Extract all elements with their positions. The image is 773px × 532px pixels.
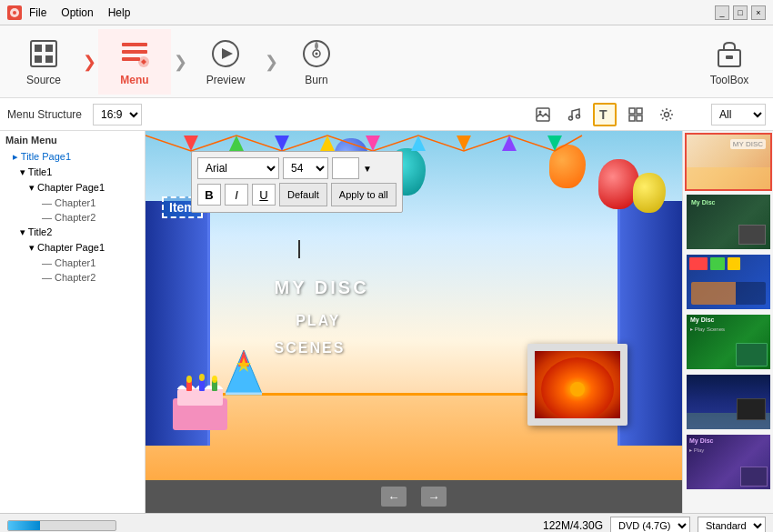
text-icon-btn[interactable]: T: [593, 103, 617, 126]
preview-canvas: MY DISC PLAY SCENES Item: [146, 131, 682, 480]
settings-icon-btn[interactable]: [655, 103, 678, 126]
svg-rect-4: [45, 45, 53, 52]
close-button[interactable]: ×: [751, 5, 766, 20]
progress-fill: [8, 521, 40, 530]
text-editor-font-row: Arial 54 ▼: [197, 157, 397, 179]
sub-toolbar: Menu Structure 16:9 4:3 T: [0, 98, 773, 131]
aspect-ratio-select[interactable]: 16:9 4:3: [93, 104, 142, 125]
svg-point-1: [13, 11, 16, 15]
source-button[interactable]: Source: [7, 29, 80, 95]
apply-all-button[interactable]: Apply to all: [331, 183, 397, 206]
disc-text-2: PLAY: [296, 313, 340, 329]
photo-inner: [535, 351, 620, 418]
bold-button[interactable]: B: [197, 184, 221, 206]
tree-item-chapter1-b[interactable]: — Chapter1: [0, 256, 145, 270]
svg-rect-23: [629, 108, 635, 114]
underline-button[interactable]: U: [252, 184, 276, 206]
svg-marker-12: [222, 48, 233, 59]
toolbar-arrow-3: ❯: [262, 29, 280, 95]
italic-button[interactable]: I: [225, 184, 248, 206]
svg-rect-9: [122, 57, 140, 61]
svg-rect-24: [637, 108, 642, 114]
size-label: 122M/4.30G: [543, 519, 603, 532]
quality-select[interactable]: Standard: [698, 517, 766, 533]
disc-text-3: SCENES: [275, 340, 346, 356]
burn-button[interactable]: Burn: [280, 29, 353, 95]
nav-bar: ← →: [146, 480, 682, 513]
text-editor-format-row: B I U Default Apply to all: [197, 183, 397, 206]
menu-file[interactable]: File: [29, 6, 46, 19]
nav-back-button[interactable]: ←: [381, 487, 407, 507]
preview-area: MY DISC PLAY SCENES Item: [146, 131, 682, 513]
thumbnail-3[interactable]: [685, 253, 772, 311]
status-bar: 122M/4.30G DVD (4.7G) Standard: [0, 513, 773, 532]
progress-bar: [7, 520, 116, 531]
svg-rect-26: [637, 115, 642, 121]
maximize-button[interactable]: □: [733, 5, 748, 20]
svg-rect-6: [45, 55, 53, 63]
svg-point-44: [186, 376, 192, 383]
thumbnail-4[interactable]: My Disc ▸ Play Scenes: [685, 313, 772, 371]
photo-frame: [527, 344, 627, 426]
toolbar-arrow-2: ❯: [171, 29, 189, 95]
svg-rect-8: [122, 50, 147, 54]
toolbar-arrow-1: ❯: [80, 29, 98, 95]
svg-point-45: [199, 374, 205, 381]
preview-button[interactable]: Preview: [189, 29, 262, 95]
svg-rect-40: [177, 389, 223, 406]
svg-rect-7: [122, 43, 147, 46]
toolbox-button[interactable]: ToolBox: [693, 29, 766, 95]
svg-rect-5: [35, 55, 42, 63]
svg-rect-3: [35, 45, 42, 52]
music-icon-btn[interactable]: [562, 103, 586, 126]
image-icon-btn[interactable]: [531, 103, 555, 126]
tree-item-chapter1-a[interactable]: — Chapter1: [0, 196, 145, 210]
svg-text:T: T: [599, 107, 607, 122]
default-button[interactable]: Default: [279, 183, 327, 206]
dvd-select[interactable]: DVD (4.7G): [610, 517, 690, 533]
minimize-button[interactable]: _: [715, 5, 729, 20]
svg-rect-17: [726, 55, 733, 59]
tree-item-chapter-page1-b[interactable]: ▾ Chapter Page1: [0, 240, 145, 256]
tree-item-title1[interactable]: ▾ Title1: [0, 165, 145, 180]
svg-point-21: [577, 115, 580, 118]
grid-icon-btn[interactable]: [624, 103, 648, 126]
birthday-cake: [168, 362, 232, 435]
window-controls: _ □ ×: [715, 5, 766, 20]
disc-text-1: MY DISC: [275, 277, 369, 298]
svg-point-20: [569, 116, 573, 120]
font-family-select[interactable]: Arial: [197, 157, 279, 179]
tree-root[interactable]: Main Menu: [0, 131, 145, 149]
title-bar: File Option Help _ □ ×: [0, 0, 773, 25]
dropdown-arrow-icon: ▼: [363, 164, 372, 174]
thumbnail-6[interactable]: My Disc ▸ Play: [685, 433, 772, 491]
tree-item-title2[interactable]: ▾ Title2: [0, 225, 145, 240]
font-size-select[interactable]: 54: [283, 157, 328, 179]
color-swatch[interactable]: [332, 157, 359, 179]
svg-point-38: [570, 382, 585, 396]
filter-select[interactable]: All: [711, 104, 766, 125]
title-bar-left: File Option Help: [7, 5, 130, 20]
tree-item-title-page1[interactable]: ▸ Title Page1: [0, 149, 145, 165]
nav-forward-button[interactable]: →: [421, 487, 447, 507]
main-toolbar: Source ❯ Menu ❯ Preview ❯ Burn: [0, 25, 773, 98]
thumbnail-5[interactable]: [685, 373, 772, 431]
tree-panel: Main Menu ▸ Title Page1 ▾ Title1 ▾ Chapt…: [0, 131, 146, 513]
svg-point-15: [316, 52, 318, 55]
app-icon: [7, 5, 22, 20]
tree-item-chapter2-a[interactable]: — Chapter2: [0, 210, 145, 225]
content-area: Main Menu ▸ Title Page1 ▾ Title1 ▾ Chapt…: [0, 131, 773, 513]
tree-item-chapter-page1-a[interactable]: ▾ Chapter Page1: [0, 180, 145, 196]
menu-button[interactable]: Menu: [98, 29, 171, 95]
text-editor-popup: Arial 54 ▼ B I U Default Apply to all: [191, 151, 403, 213]
menu-bar: File Option Help: [29, 6, 130, 19]
thumbnail-2[interactable]: My Disc: [685, 193, 772, 251]
menu-structure-label: Menu Structure: [7, 108, 82, 121]
menu-option[interactable]: Option: [61, 6, 93, 19]
menu-help[interactable]: Help: [108, 6, 131, 19]
thumbnail-panel: MY DISC My Disc My Disc: [682, 131, 773, 513]
tree-item-chapter2-b[interactable]: — Chapter2: [0, 270, 145, 285]
thumbnail-1[interactable]: MY DISC: [685, 133, 772, 191]
svg-point-46: [212, 376, 217, 383]
svg-rect-25: [629, 115, 635, 121]
